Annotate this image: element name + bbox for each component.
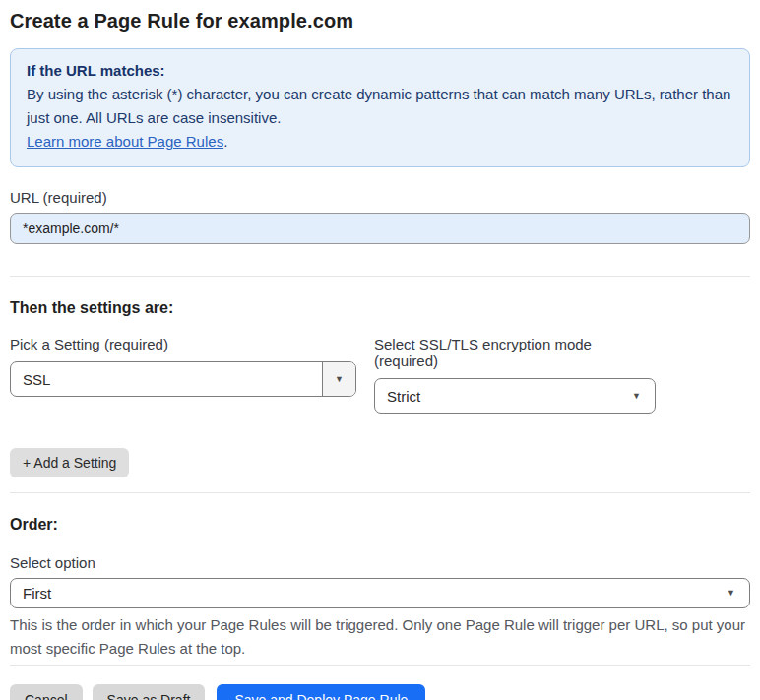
save-and-deploy-button[interactable]: Save and Deploy Page Rule	[217, 684, 425, 700]
divider	[10, 492, 750, 493]
order-select-label: Select option	[10, 554, 750, 571]
ssl-mode-select[interactable]: Strict ▼	[374, 378, 656, 414]
order-select-value: First	[11, 585, 713, 602]
order-select[interactable]: First ▼	[10, 578, 750, 608]
add-setting-button[interactable]: + Add a Setting	[10, 448, 129, 477]
url-match-info-box: If the URL matches: By using the asteris…	[10, 48, 750, 167]
setting-select-value: SSL	[11, 371, 322, 388]
chevron-down-icon[interactable]: ▼	[322, 362, 355, 396]
url-field-label: URL (required)	[10, 189, 750, 206]
settings-row: Pick a Setting (required) SSL ▼ Select S…	[10, 336, 750, 414]
divider	[10, 665, 750, 666]
learn-more-link[interactable]: Learn more about Page Rules	[27, 133, 223, 150]
save-as-draft-button[interactable]: Save as Draft	[93, 684, 206, 700]
settings-section-heading: Then the settings are:	[10, 299, 750, 317]
chevron-down-icon: ▼	[618, 392, 655, 401]
cancel-button[interactable]: Cancel	[10, 684, 83, 700]
divider	[10, 276, 750, 277]
link-suffix: .	[223, 133, 227, 150]
mode-select-label: Select SSL/TLS encryption mode (required…	[374, 336, 656, 369]
setting-select-column: Pick a Setting (required) SSL ▼	[10, 336, 356, 397]
order-help-text: This is the order in which your Page Rul…	[10, 613, 746, 661]
form-actions: Cancel Save as Draft Save and Deploy Pag…	[10, 684, 750, 700]
url-input[interactable]	[10, 213, 750, 244]
info-box-heading: If the URL matches:	[27, 59, 733, 83]
mode-select-column: Select SSL/TLS encryption mode (required…	[374, 336, 656, 414]
setting-select-label: Pick a Setting (required)	[10, 336, 356, 352]
ssl-mode-select-value: Strict	[375, 388, 618, 405]
order-section-heading: Order:	[10, 516, 750, 534]
page-title: Create a Page Rule for example.com	[10, 10, 750, 32]
info-box-body: By using the asterisk (*) character, you…	[27, 83, 733, 130]
create-page-rule-form: Create a Page Rule for example.com If th…	[0, 0, 760, 700]
setting-select[interactable]: SSL ▼	[10, 361, 356, 397]
info-box-link-line: Learn more about Page Rules.	[27, 130, 733, 154]
chevron-down-icon: ▼	[713, 589, 749, 598]
